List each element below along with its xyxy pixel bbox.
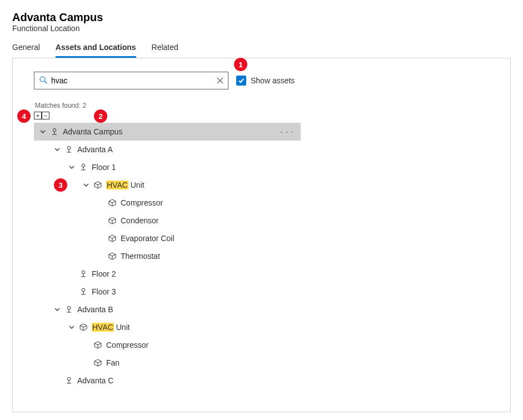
tree-row[interactable]: Advanta A xyxy=(34,141,489,158)
tree-row[interactable]: Floor 1 xyxy=(34,158,489,176)
tree-label: Condensor xyxy=(121,216,159,225)
show-assets-label: Show assets xyxy=(251,76,295,85)
chevron-down-icon[interactable] xyxy=(67,164,76,170)
location-icon xyxy=(65,146,73,153)
content-panel: 1 Show assets Matches found: 2 2 4 + − A… xyxy=(12,58,511,412)
asset-icon xyxy=(108,234,116,242)
tree-row[interactable]: Compressor xyxy=(34,336,489,354)
asset-icon xyxy=(108,217,116,224)
tree-label: Advanta Campus xyxy=(63,127,122,136)
search-box[interactable] xyxy=(34,72,228,89)
svg-point-29 xyxy=(67,306,71,309)
tree-label: Floor 3 xyxy=(92,287,116,296)
expand-all-button[interactable]: + xyxy=(34,112,42,119)
collapse-all-button[interactable]: − xyxy=(42,112,49,119)
show-assets-toggle[interactable]: 1 Show assets xyxy=(236,76,295,86)
tree-label: Evaporator Coil xyxy=(121,234,175,243)
tree-row[interactable]: Floor 2 xyxy=(34,265,489,283)
search-highlight: HVAC xyxy=(106,181,128,189)
location-icon xyxy=(79,270,87,278)
tree-label: Compressor xyxy=(106,341,148,349)
tree-row-hvac-match[interactable]: 3 HVAC Unit xyxy=(34,176,489,194)
tab-related[interactable]: Related xyxy=(152,43,178,58)
tree-row[interactable]: Floor 3 xyxy=(34,283,489,301)
tab-assets-locations[interactable]: Assets and Locations xyxy=(56,43,136,58)
page-subtitle: Functional Location xyxy=(12,24,511,33)
callout-3: 3 xyxy=(54,178,67,192)
tree-label: Floor 1 xyxy=(92,163,116,172)
tree-label: Advanta B xyxy=(77,305,113,314)
search-highlight: HVAC xyxy=(92,323,114,332)
chevron-down-icon[interactable] xyxy=(67,324,76,330)
tree-label: Thermostat xyxy=(121,252,160,261)
chevron-down-icon[interactable] xyxy=(82,182,91,188)
tree-label: Advanta A xyxy=(77,145,113,154)
asset-icon xyxy=(79,323,87,331)
tree-row[interactable]: Condensor xyxy=(34,212,489,229)
asset-icon xyxy=(108,252,116,260)
checkbox-checked-icon xyxy=(236,76,246,86)
asset-icon xyxy=(108,199,116,207)
more-icon[interactable]: · · · xyxy=(281,127,294,136)
chevron-down-icon[interactable] xyxy=(38,129,47,134)
asset-icon xyxy=(94,181,102,189)
tree-row[interactable]: Thermostat xyxy=(34,247,489,265)
tabs: General Assets and Locations Related xyxy=(12,43,511,58)
tree-row[interactable]: Advanta B xyxy=(34,301,489,318)
svg-point-10 xyxy=(82,164,85,167)
location-icon xyxy=(51,128,58,136)
svg-point-4 xyxy=(53,128,56,132)
callout-1: 1 xyxy=(234,58,247,71)
matches-found-label: Matches found: 2 xyxy=(35,102,489,109)
tree: Advanta Campus · · · Advanta A Floor 1 3… xyxy=(34,123,489,389)
tree-label: Floor 2 xyxy=(92,269,116,278)
tree-row-root[interactable]: Advanta Campus · · · xyxy=(34,123,301,141)
svg-point-23 xyxy=(82,271,85,274)
search-icon xyxy=(39,76,48,86)
svg-point-26 xyxy=(82,288,85,292)
callout-2: 2 xyxy=(94,109,107,123)
location-icon xyxy=(65,377,73,384)
svg-point-0 xyxy=(40,77,45,82)
tree-label: HVAC Unit xyxy=(92,323,130,332)
tree-label: Advanta C xyxy=(77,376,113,385)
tree-label: Compressor xyxy=(121,198,163,207)
chevron-down-icon[interactable] xyxy=(53,147,62,152)
tree-row-hvac-match[interactable]: HVAC Unit xyxy=(34,318,489,336)
tree-row[interactable]: Evaporator Coil xyxy=(34,229,489,247)
location-icon xyxy=(79,163,87,171)
asset-icon xyxy=(94,341,102,349)
callout-4: 4 xyxy=(17,109,31,123)
svg-line-1 xyxy=(44,81,47,83)
svg-point-38 xyxy=(67,377,71,381)
clear-search-icon[interactable] xyxy=(217,77,223,84)
location-icon xyxy=(65,306,73,313)
tree-row[interactable]: Compressor xyxy=(34,194,489,212)
tree-row[interactable]: Advanta C xyxy=(34,372,489,389)
chevron-down-icon[interactable] xyxy=(53,307,62,312)
location-icon xyxy=(79,288,87,296)
search-input[interactable] xyxy=(48,72,217,89)
page-title: Advanta Campus xyxy=(12,11,511,24)
tree-row[interactable]: Fan xyxy=(34,354,489,372)
svg-point-7 xyxy=(67,146,71,149)
tree-label: Fan xyxy=(106,358,119,367)
tree-label: HVAC Unit xyxy=(106,181,145,189)
asset-icon xyxy=(94,359,102,367)
tab-general[interactable]: General xyxy=(12,43,40,58)
